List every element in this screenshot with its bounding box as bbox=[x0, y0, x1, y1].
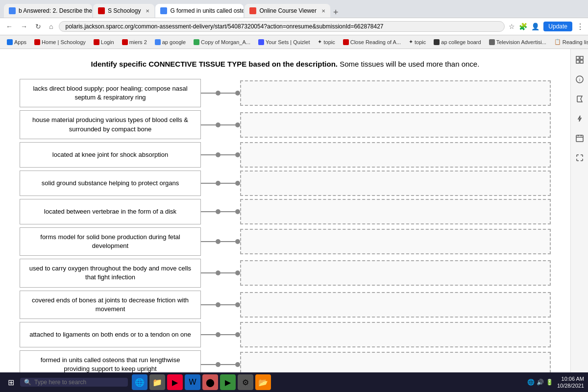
svg-rect-3 bbox=[580, 60, 583, 63]
back-button[interactable]: ← bbox=[4, 22, 15, 31]
answer-box-7[interactable] bbox=[240, 260, 551, 286]
bm-close-reading[interactable]: Close Reading of A... bbox=[340, 38, 404, 46]
taskbar-app4[interactable]: ▶ bbox=[220, 374, 236, 390]
matching-row-1: lacks direct blood supply; poor healing;… bbox=[20, 79, 551, 107]
browser-chrome: b Answered: 2. Describe the basic c ✕ S … bbox=[0, 0, 588, 49]
main-panel: Identify specific CONNECTIVE TISSUE TYPE… bbox=[0, 49, 570, 392]
extensions-icon[interactable]: 🧩 bbox=[519, 23, 527, 30]
answer-box-3[interactable] bbox=[240, 142, 551, 168]
tab-active[interactable]: G formed in units called osteons th ✕ bbox=[155, 4, 244, 18]
bm-ap-board[interactable]: ap college board bbox=[431, 38, 484, 46]
bm-login[interactable]: Login bbox=[91, 38, 117, 46]
line-1 bbox=[201, 93, 216, 94]
answer-box-9[interactable] bbox=[240, 322, 551, 347]
svg-rect-2 bbox=[576, 60, 579, 63]
tab-label: S Schoology bbox=[108, 7, 141, 14]
tab-favicon bbox=[9, 7, 16, 14]
taskbar-edge[interactable]: 🌐 bbox=[132, 374, 147, 390]
taskbar-app2[interactable]: W bbox=[185, 374, 200, 390]
tab-label: G formed in units called osteons th bbox=[170, 7, 244, 14]
tv-icon bbox=[489, 39, 495, 45]
bm-topic2[interactable]: ✦ topic bbox=[406, 38, 429, 46]
answer-box-6[interactable] bbox=[240, 229, 551, 254]
taskbar-app3[interactable]: ⬤ bbox=[202, 374, 218, 390]
flag-icon-btn[interactable] bbox=[573, 92, 587, 106]
bm-quizlet[interactable]: Your Sets | Quizlet bbox=[255, 38, 313, 46]
connector-4 bbox=[201, 181, 240, 186]
bm-topic1[interactable]: ✦ topic bbox=[315, 38, 338, 46]
prompt-6: forms model for solid bone production du… bbox=[20, 227, 201, 256]
matching-row-2: house material producing various types o… bbox=[20, 110, 551, 139]
grid-icon bbox=[576, 56, 584, 64]
taskbar-files[interactable]: 📁 bbox=[149, 374, 165, 390]
answer-box-2[interactable] bbox=[240, 112, 551, 138]
question-title: Identify specific CONNECTIVE TISSUE TYPE… bbox=[20, 59, 551, 69]
bookmark-star[interactable]: ☆ bbox=[509, 23, 515, 30]
tab-answered[interactable]: b Answered: 2. Describe the basic c ✕ bbox=[4, 4, 92, 18]
matching-row-7: used to carry oxygen throughout the body… bbox=[20, 259, 551, 287]
update-button[interactable]: Update bbox=[543, 22, 572, 31]
bm-reading-list[interactable]: 📋 Reading list bbox=[551, 38, 588, 46]
new-tab-button[interactable]: + bbox=[333, 7, 339, 18]
tab-label: b Answered: 2. Describe the basic c bbox=[19, 7, 92, 14]
schoology-icon bbox=[34, 39, 40, 45]
taskbar-app5[interactable]: ⚙ bbox=[238, 374, 253, 390]
svg-text:i: i bbox=[579, 77, 580, 82]
dot-left-1 bbox=[216, 91, 220, 96]
expand-icon-btn[interactable] bbox=[573, 151, 587, 165]
expand-icon bbox=[576, 154, 584, 162]
volume-icon: 🔊 bbox=[537, 379, 544, 386]
prompt-5: located between vertebrae in the form of… bbox=[20, 199, 201, 224]
answer-box-1[interactable] bbox=[240, 80, 551, 106]
tab-close[interactable]: ✕ bbox=[146, 8, 149, 14]
profile-icon[interactable]: 👤 bbox=[531, 23, 539, 30]
content-area: Identify specific CONNECTIVE TISSUE TYPE… bbox=[0, 49, 588, 392]
tab-bar: b Answered: 2. Describe the basic c ✕ S … bbox=[0, 0, 588, 18]
tab-close[interactable]: ✕ bbox=[321, 8, 325, 14]
tab-favicon bbox=[98, 7, 105, 14]
info-icon-btn[interactable]: i bbox=[573, 73, 587, 86]
bm-tv[interactable]: Television Advertisi... bbox=[486, 38, 549, 46]
reload-button[interactable]: ↻ bbox=[33, 22, 43, 31]
bm-apps[interactable]: Apps bbox=[4, 38, 29, 46]
answer-box-4[interactable] bbox=[240, 171, 551, 196]
answer-box-8[interactable] bbox=[240, 292, 551, 318]
start-button[interactable]: ⊞ bbox=[4, 376, 18, 389]
bm-google[interactable]: ap google bbox=[152, 38, 189, 46]
connector-3 bbox=[201, 152, 240, 157]
quizlet-icon bbox=[258, 39, 264, 45]
calendar-icon-btn[interactable] bbox=[573, 131, 587, 145]
miers-icon bbox=[122, 39, 128, 45]
prompt-4: solid ground substance helping to protec… bbox=[20, 171, 201, 196]
bookmarks-bar: Apps Home | Schoology Login miers 2 ap g… bbox=[0, 35, 588, 49]
answer-box-5[interactable] bbox=[240, 199, 551, 224]
tab-schoology[interactable]: S Schoology ✕ bbox=[93, 4, 154, 18]
taskbar: ⊞ 🔍 🌐 📁 ▶ W ⬤ ▶ ⚙ 📂 🌐 🔊 🔋 10:06 AM 10/28… bbox=[0, 372, 588, 392]
connector-10 bbox=[201, 362, 240, 367]
ap-icon bbox=[434, 39, 440, 45]
tab-online-viewer[interactable]: Online Course Viewer ✕ bbox=[245, 4, 330, 18]
svg-rect-7 bbox=[576, 135, 583, 142]
prompt-1: lacks direct blood supply; poor healing;… bbox=[20, 79, 201, 107]
bm-miers[interactable]: miers 2 bbox=[119, 38, 150, 46]
close-reading-icon bbox=[343, 39, 349, 45]
bm-schoology[interactable]: Home | Schoology bbox=[31, 38, 89, 46]
address-input[interactable] bbox=[59, 21, 505, 32]
home-button[interactable]: ⌂ bbox=[47, 22, 55, 31]
grid-icon-btn[interactable] bbox=[573, 53, 587, 67]
dot-right-1 bbox=[235, 91, 240, 96]
forward-button[interactable]: → bbox=[19, 22, 29, 31]
taskbar-app1[interactable]: ▶ bbox=[167, 374, 183, 390]
lightning-icon bbox=[576, 115, 584, 122]
connector-9 bbox=[201, 332, 240, 337]
matching-row-5: located between vertebrae in the form of… bbox=[20, 199, 551, 224]
prompt-9: attached to ligaments on both ends or to… bbox=[20, 322, 201, 347]
taskbar-search-input[interactable] bbox=[34, 379, 113, 386]
lightning-icon-btn[interactable] bbox=[573, 112, 587, 125]
bm-copy[interactable]: Copy of Morgan_A... bbox=[191, 38, 253, 46]
menu-button[interactable]: ⋮ bbox=[576, 22, 584, 31]
taskbar-app6[interactable]: 📂 bbox=[255, 374, 271, 390]
taskbar-search-box[interactable]: 🔍 bbox=[20, 378, 128, 387]
connector-1 bbox=[201, 91, 240, 96]
login-icon bbox=[94, 39, 99, 45]
